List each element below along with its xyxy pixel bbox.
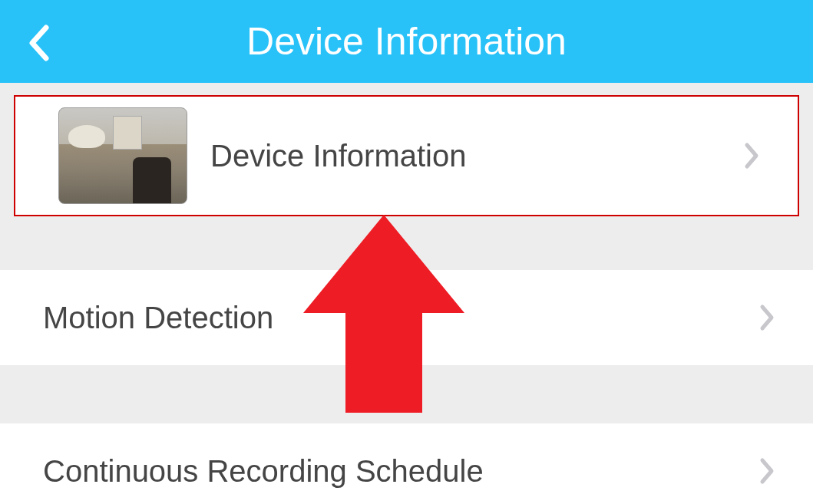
camera-thumbnail (58, 107, 187, 204)
chevron-right-icon (744, 142, 759, 170)
page-title: Device Information (0, 19, 813, 64)
item-label: Motion Detection (43, 301, 759, 335)
chevron-right-icon (759, 457, 775, 485)
spacer (0, 365, 813, 423)
spacer (0, 216, 813, 270)
header-bar: Device Information (0, 0, 813, 83)
back-icon[interactable] (28, 25, 51, 61)
item-label: Device Information (210, 139, 744, 173)
list-item-motion-detection[interactable]: Motion Detection (0, 270, 813, 365)
list-item-continuous-recording-schedule[interactable]: Continuous Recording Schedule (0, 423, 813, 504)
item-label: Continuous Recording Schedule (43, 454, 759, 489)
content-area: Device Information Motion Detection Cont… (0, 83, 813, 504)
chevron-right-icon (759, 304, 775, 331)
list-item-device-information[interactable]: Device Information (14, 95, 799, 216)
